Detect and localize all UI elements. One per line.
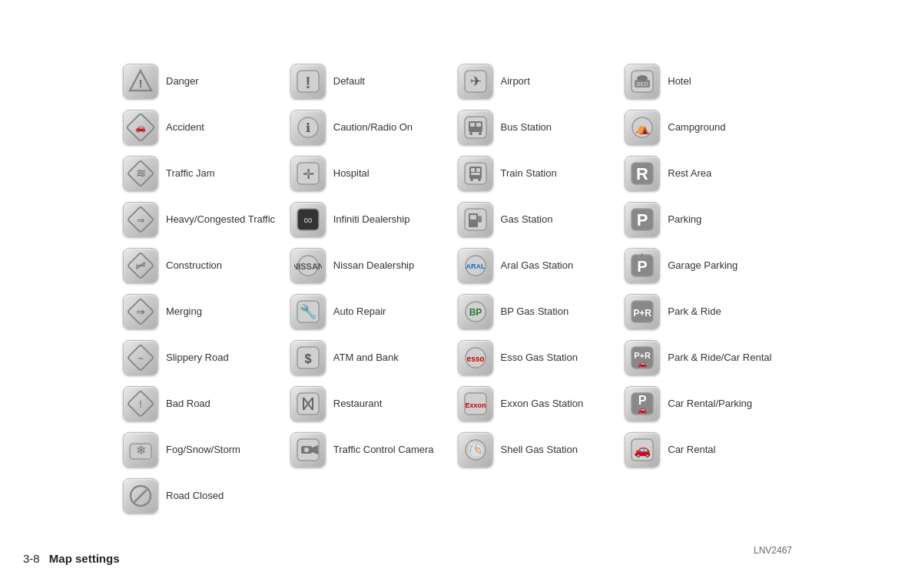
list-item: P Parking xyxy=(625,200,792,239)
main-content: ! Danger 🚗 Accident ≋ xyxy=(0,0,915,586)
car-rental-parking-label: Car Rental/Parking xyxy=(668,398,752,411)
rest-area-icon: R xyxy=(625,156,660,191)
accident-label: Accident xyxy=(166,121,204,134)
garage-parking-icon: P xyxy=(625,248,660,283)
aral-gas-label: Aral Gas Station xyxy=(501,259,574,273)
list-item: Traffic Control Camera xyxy=(290,430,458,470)
list-item: Road Closed xyxy=(123,476,290,516)
bad-road-icon: ! xyxy=(123,386,158,421)
park-ride-icon: P+R xyxy=(625,294,660,329)
page-number: 3-8 xyxy=(23,552,40,565)
list-item: ! Danger xyxy=(123,61,290,101)
list-item: ⇒ Heavy/Congested Traffic xyxy=(123,200,290,239)
list-item: esso Esso Gas Station xyxy=(458,338,625,378)
danger-label: Danger xyxy=(166,75,199,88)
list-item: BED Hotel xyxy=(625,61,792,101)
traffic-jam-icon: ≋ xyxy=(123,156,158,191)
train-station-icon xyxy=(458,156,493,191)
list-item: Gas Station xyxy=(458,200,625,239)
list-item: ! Default xyxy=(290,61,458,101)
svg-rect-55 xyxy=(476,168,480,172)
default-icon: ! xyxy=(290,64,326,99)
svg-rect-48 xyxy=(470,123,475,127)
caution-radio-label: Caution/Radio On xyxy=(333,121,413,134)
svg-point-43 xyxy=(304,448,309,452)
list-item: ! Bad Road xyxy=(123,384,290,424)
list-item: Bus Station xyxy=(458,107,625,147)
svg-point-50 xyxy=(469,132,472,135)
list-item: 🔧 Auto Repair xyxy=(290,292,458,332)
svg-text:⇒: ⇒ xyxy=(137,215,144,226)
car-rental-icon: 🚗 xyxy=(625,432,660,467)
slippery-road-icon: ~ xyxy=(123,340,158,375)
column-2: ! Default ℹ Caution/Radio On xyxy=(290,61,458,522)
traffic-camera-label: Traffic Control Camera xyxy=(333,444,434,457)
nissan-label: Nissan Dealership xyxy=(333,259,415,273)
bp-gas-label: BP Gas Station xyxy=(501,306,569,319)
garage-parking-label: Garage Parking xyxy=(668,259,738,273)
rest-area-label: Rest Area xyxy=(668,167,711,180)
bus-station-label: Bus Station xyxy=(501,121,552,134)
list-item: ∞ Infiniti Dealership xyxy=(290,200,458,239)
list-item: 🚗 Accident xyxy=(123,107,290,147)
svg-text:✛: ✛ xyxy=(302,167,313,182)
merging-label: Merging xyxy=(166,306,202,319)
hospital-icon: ✛ xyxy=(290,156,326,191)
traffic-jam-label: Traffic Jam xyxy=(166,167,215,180)
list-item: Restaurant xyxy=(290,384,458,424)
gas-station-label: Gas Station xyxy=(501,213,553,226)
nissan-icon: NISSAN xyxy=(290,248,326,283)
svg-rect-49 xyxy=(476,123,481,127)
traffic-camera-icon xyxy=(290,432,326,467)
car-rental-parking-icon: P 🚗 xyxy=(625,386,660,421)
fog-label: Fog/Snow/Storm xyxy=(166,444,240,457)
train-station-label: Train Station xyxy=(501,167,557,180)
list-item: ✈ Airport xyxy=(458,61,625,101)
list-item: P+R 🚗 Park & Ride/Car Rental xyxy=(625,338,792,378)
list-item: ❄ Fog/Snow/Storm xyxy=(123,430,290,470)
svg-text:NISSAN: NISSAN xyxy=(294,262,322,271)
list-item: ⛺ Campground xyxy=(625,107,792,147)
heavy-traffic-label: Heavy/Congested Traffic xyxy=(166,213,275,226)
svg-text:!: ! xyxy=(139,399,141,410)
list-item: BP BP Gas Station xyxy=(458,292,625,332)
auto-repair-icon: 🔧 xyxy=(290,294,326,329)
list-item: P 🚗 Car Rental/Parking xyxy=(625,384,792,424)
svg-line-20 xyxy=(134,490,147,502)
list-item: P Garage Parking xyxy=(625,246,792,286)
parking-label: Parking xyxy=(668,213,701,226)
page-title: Map settings xyxy=(49,552,120,565)
park-ride-rental-label: Park & Ride/Car Rental xyxy=(668,352,771,365)
bad-road-label: Bad Road xyxy=(166,398,211,411)
svg-point-57 xyxy=(470,178,473,181)
shell-gas-icon: 🐚 xyxy=(458,432,493,467)
accident-icon: 🚗 xyxy=(123,110,158,145)
svg-rect-54 xyxy=(471,168,475,172)
construction-icon xyxy=(123,248,158,283)
merging-icon: ⇒ xyxy=(123,294,158,329)
caution-radio-icon: ℹ xyxy=(290,110,326,145)
restaurant-label: Restaurant xyxy=(333,398,383,411)
parking-icon: P xyxy=(625,202,660,237)
page-footer: 3-8 Map settings xyxy=(23,552,120,565)
column-1: ! Danger 🚗 Accident ≋ xyxy=(123,61,290,522)
svg-text:∞: ∞ xyxy=(303,213,312,226)
svg-text:ARAL: ARAL xyxy=(466,263,485,270)
exxon-gas-label: Exxon Gas Station xyxy=(501,398,584,411)
infiniti-label: Infiniti Dealership xyxy=(333,213,410,226)
list-item: ⇒ Merging xyxy=(123,292,290,332)
svg-text:ℹ: ℹ xyxy=(306,121,310,134)
esso-gas-icon: esso xyxy=(458,340,493,375)
column-3: ✈ Airport Bus Station xyxy=(458,61,625,522)
hospital-label: Hospital xyxy=(333,167,370,180)
svg-text:BED: BED xyxy=(637,81,648,87)
svg-text:P+R: P+R xyxy=(633,308,651,319)
svg-text:🚗: 🚗 xyxy=(135,122,146,133)
car-rental-label: Car Rental xyxy=(668,444,715,457)
bp-gas-icon: BP xyxy=(458,294,493,329)
svg-point-51 xyxy=(479,132,482,135)
svg-text:!: ! xyxy=(305,73,310,92)
aral-gas-icon: ARAL xyxy=(458,248,493,283)
bus-station-icon xyxy=(458,110,493,145)
icon-grid: ! Danger 🚗 Accident ≋ xyxy=(123,61,792,522)
